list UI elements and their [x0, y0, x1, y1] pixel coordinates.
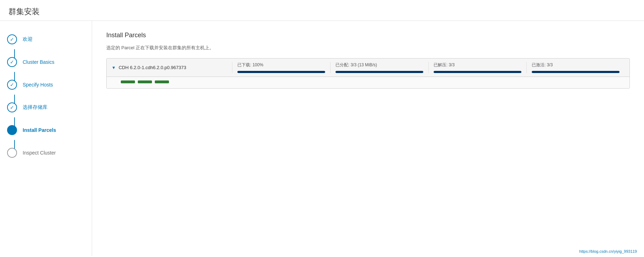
host-indicator — [155, 80, 169, 83]
step-icon-select-repo: ✓ — [7, 102, 17, 112]
progress-bar-fill — [237, 71, 325, 73]
step-label-specify-hosts: Specify Hosts — [23, 82, 53, 88]
page-title: 群集安装 — [9, 6, 635, 17]
sidebar-step-welcome[interactable]: ✓欢迎 — [0, 28, 92, 51]
step-icon-welcome: ✓ — [7, 34, 17, 44]
step-label-welcome: 欢迎 — [23, 36, 33, 43]
progress-bar-fill — [532, 71, 620, 73]
step-label-select-repo: 选择存储库 — [23, 104, 47, 111]
stat-label: 已分配: 3/3 (13 MiB/s) — [335, 62, 423, 68]
step-label-cluster-basics: Cluster Basics — [23, 59, 54, 65]
stat-item: 已解压: 3/3 — [428, 62, 526, 73]
step-label-install-parcels: Install Parcels — [23, 127, 56, 133]
progress-bar-wrap — [434, 71, 521, 73]
step-icon-cluster-basics: ✓ — [7, 57, 17, 67]
sidebar-step-inspect-cluster[interactable]: Inspect Cluster — [0, 141, 92, 164]
page-header: 群集安装 — [0, 0, 644, 21]
sidebar-step-cluster-basics[interactable]: ✓Cluster Basics — [0, 51, 92, 73]
content-area: Install Parcels 选定的 Parcel 正在下载并安装在群集的所有… — [92, 21, 644, 256]
parcel-table: ▼ CDH 6.2.0-1.cdh6.2.0.p0.967373 已下载: 10… — [106, 58, 630, 89]
step-icon-install-parcels — [7, 125, 17, 135]
sidebar: ✓欢迎✓Cluster Basics✓Specify Hosts✓选择存储库In… — [0, 21, 92, 256]
step-list: ✓欢迎✓Cluster Basics✓Specify Hosts✓选择存储库In… — [0, 28, 92, 164]
step-icon-inspect-cluster — [7, 148, 17, 158]
step-label-inspect-cluster: Inspect Cluster — [23, 150, 56, 156]
stat-label: 已解压: 3/3 — [434, 62, 521, 68]
progress-bar-wrap — [532, 71, 620, 73]
stat-item: 已分配: 3/3 (13 MiB/s) — [330, 62, 428, 73]
host-indicator — [138, 80, 152, 83]
progress-bar-fill — [434, 71, 521, 73]
sidebar-step-install-parcels[interactable]: Install Parcels — [0, 119, 92, 141]
parcel-stats: 已下载: 100%已分配: 3/3 (13 MiB/s)已解压: 3/3已激活:… — [232, 62, 625, 73]
host-indicator — [121, 80, 135, 83]
content-heading: Install Parcels — [106, 32, 630, 39]
chevron-down-icon[interactable]: ▼ — [112, 65, 116, 70]
step-icon-specify-hosts: ✓ — [7, 80, 17, 90]
parcel-name: ▼ CDH 6.2.0-1.cdh6.2.0.p0.967373 — [112, 65, 232, 70]
sidebar-step-select-repo[interactable]: ✓选择存储库 — [0, 96, 92, 119]
sidebar-step-specify-hosts[interactable]: ✓Specify Hosts — [0, 73, 92, 96]
stat-label: 已下载: 100% — [237, 62, 325, 68]
parcel-row-header: ▼ CDH 6.2.0-1.cdh6.2.0.p0.967373 已下载: 10… — [107, 58, 629, 77]
progress-bar-wrap — [335, 71, 423, 73]
parcel-name-text: CDH 6.2.0-1.cdh6.2.0.p0.967373 — [119, 65, 186, 70]
stat-item: 已下载: 100% — [232, 62, 330, 73]
footer-link: https://blog.csdn.cn/yiyig_993119 — [579, 249, 637, 253]
progress-bar-fill — [335, 71, 423, 73]
stat-label: 已激活: 3/3 — [532, 62, 620, 68]
parcel-hosts-row — [107, 77, 629, 88]
stat-item: 已激活: 3/3 — [526, 62, 625, 73]
content-subtitle: 选定的 Parcel 正在下载并安装在群集的所有主机上。 — [106, 45, 630, 51]
progress-bar-wrap — [237, 71, 325, 73]
